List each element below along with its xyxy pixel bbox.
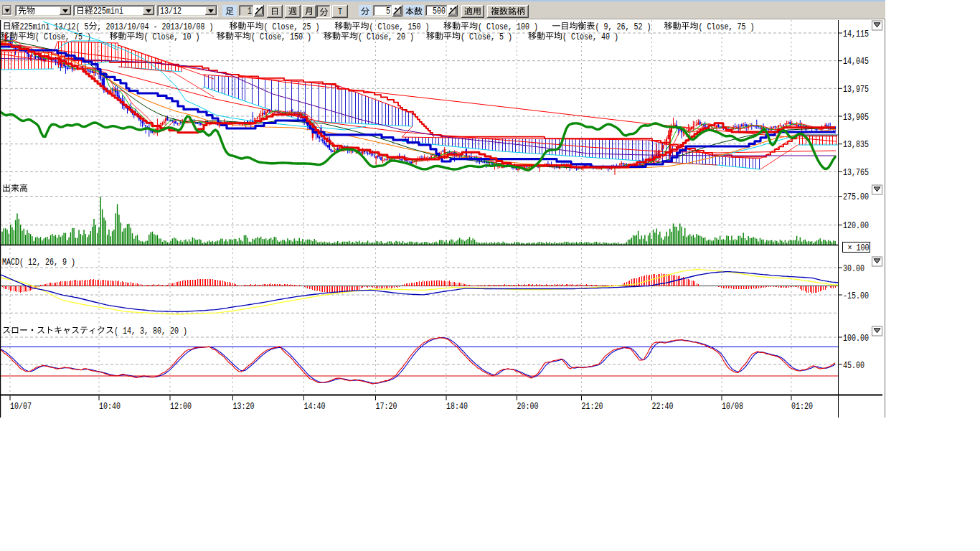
svg-text:45.00: 45.00 <box>843 360 864 371</box>
svg-text:30.00: 30.00 <box>843 263 864 274</box>
svg-text:120.00: 120.00 <box>843 220 869 231</box>
svg-text:13,835: 13,835 <box>843 139 869 150</box>
svg-text:13:20: 13:20 <box>233 401 255 412</box>
svg-text:225mini: 225mini <box>93 6 123 17</box>
svg-text:14:40: 14:40 <box>304 401 326 412</box>
svg-text:( Close, 75 ): ( Close, 75 ) <box>35 32 91 42</box>
svg-text:20:00: 20:00 <box>517 401 539 412</box>
svg-text:1: 1 <box>248 6 252 17</box>
svg-text:( Close, 20 ): ( Close, 20 ) <box>358 32 414 42</box>
svg-text:( Close, 150 ): ( Close, 150 ) <box>369 22 429 32</box>
svg-text:-15.00: -15.00 <box>843 291 869 301</box>
svg-text:MACD( 12, 26, 9 ): MACD( 12, 26, 9 ) <box>2 257 75 268</box>
svg-text:( Close, 25 ): ( Close, 25 ) <box>264 22 320 32</box>
svg-text:500: 500 <box>433 6 446 17</box>
svg-text:( Close, 40 ): ( Close, 40 ) <box>562 32 618 42</box>
svg-text:( Close, 75 ): ( Close, 75 ) <box>699 22 755 32</box>
svg-text:12:00: 12:00 <box>170 401 192 412</box>
svg-text:( Close, 150 ): ( Close, 150 ) <box>251 32 311 42</box>
svg-text:( Close, 5 ): ( Close, 5 ) <box>461 32 512 42</box>
svg-text:225mini 13/12( 5: 225mini 13/12( 5 <box>20 22 89 32</box>
svg-text:10/08: 10/08 <box>722 401 743 412</box>
svg-text:( Close, 100 ): ( Close, 100 ) <box>478 22 538 32</box>
svg-text:( 9, 26, 52 ): ( 9, 26, 52 ) <box>595 22 651 32</box>
svg-text:01:20: 01:20 <box>791 401 813 412</box>
svg-text:13,765: 13,765 <box>843 167 869 178</box>
svg-text:275.00: 275.00 <box>843 192 869 202</box>
svg-text:10/07: 10/07 <box>10 401 32 412</box>
svg-text:100.00: 100.00 <box>843 333 869 344</box>
svg-text:17:20: 17:20 <box>376 401 397 412</box>
svg-text:13/12: 13/12 <box>160 6 182 17</box>
svg-text:, 2013/10/04 - 2013/10/08 ): , 2013/10/04 - 2013/10/08 ) <box>98 22 214 32</box>
svg-text:13,905: 13,905 <box>843 112 869 123</box>
svg-text:18:40: 18:40 <box>446 401 468 412</box>
svg-text:× 100: × 100 <box>848 242 870 253</box>
svg-text:14,045: 14,045 <box>843 56 869 67</box>
svg-text:21:20: 21:20 <box>582 401 603 412</box>
svg-text:T: T <box>338 6 342 17</box>
svg-text:13,975: 13,975 <box>843 84 869 95</box>
svg-text:( Close, 10 ): ( Close, 10 ) <box>144 32 200 42</box>
svg-text:22:40: 22:40 <box>652 401 674 412</box>
svg-text:14,115: 14,115 <box>843 29 869 39</box>
svg-text:10:40: 10:40 <box>99 401 121 412</box>
svg-text:5: 5 <box>386 6 390 17</box>
svg-text:( 14, 3, 80, 20 ): ( 14, 3, 80, 20 ) <box>114 326 187 336</box>
